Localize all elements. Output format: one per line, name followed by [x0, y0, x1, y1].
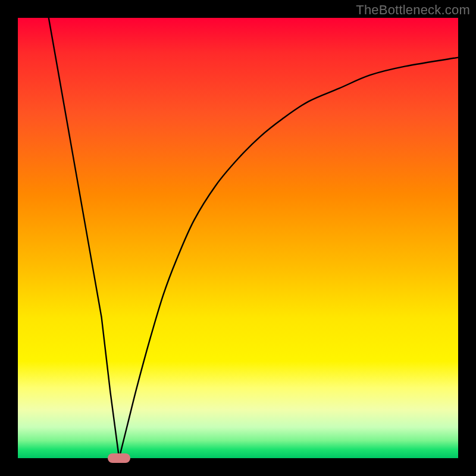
bottleneck-curve — [18, 18, 458, 458]
chart-frame: TheBottleneck.com — [0, 0, 476, 476]
curve-left-branch — [49, 18, 119, 458]
plot-area — [18, 18, 458, 458]
minimum-marker — [108, 453, 130, 463]
curve-right-branch — [119, 58, 458, 458]
watermark-text: TheBottleneck.com — [356, 2, 470, 18]
